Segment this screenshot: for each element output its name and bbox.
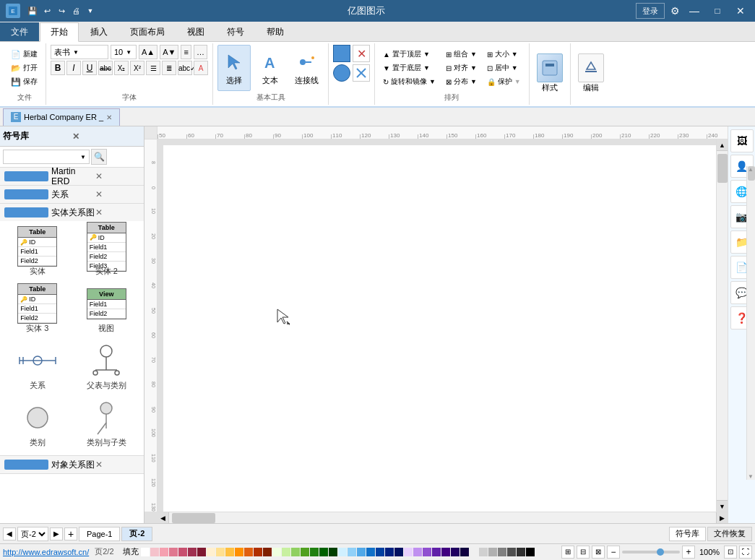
color-swatch[interactable] (188, 548, 197, 556)
color-swatch[interactable] (451, 548, 460, 556)
hscroll-thumb[interactable] (172, 513, 215, 523)
color-swatch[interactable] (150, 548, 159, 556)
group-btn[interactable]: ⊞ 组合 ▼ (442, 48, 480, 61)
zoom-in-btn[interactable]: + (682, 546, 695, 559)
zoom-slider-thumb[interactable] (657, 548, 664, 556)
font-shrink-btn[interactable]: A▼ (160, 45, 178, 59)
color-swatch[interactable] (517, 548, 525, 556)
doc-tab-herbal[interactable]: E Herbal Company ER _ ✕ (3, 108, 120, 126)
panel-tab-recovery[interactable]: 文件恢复 (707, 527, 752, 541)
section-entity-rel-header[interactable]: 实体关系图 ✕ (0, 204, 144, 221)
connector-tool-btn[interactable]: 连接线 (290, 45, 324, 91)
color-swatch[interactable] (169, 548, 178, 556)
color-swatch[interactable] (357, 548, 366, 556)
align-btn[interactable]: ≡ (181, 45, 191, 59)
edit-panel-btn[interactable]: 编辑 (575, 51, 607, 96)
section-obj-rel-header[interactable]: 对象关系图 ✕ (0, 456, 144, 473)
color-swatch[interactable] (338, 548, 347, 556)
send-to-back-btn[interactable]: ▼ 置于底层 ▼ (379, 61, 439, 74)
color-swatch[interactable] (488, 548, 497, 556)
color-swatch[interactable] (394, 548, 403, 556)
tab-start[interactable]: 开始 (40, 22, 79, 42)
color-swatch[interactable] (216, 548, 225, 556)
tab-file[interactable]: 文件 (0, 22, 39, 41)
vscroll-up-btn[interactable]: ▲ (717, 139, 728, 151)
hscroll-track[interactable] (169, 512, 716, 524)
hscroll-right-btn[interactable]: ▶ (716, 512, 728, 524)
color-swatch[interactable] (244, 548, 253, 556)
color-swatch[interactable] (479, 548, 488, 556)
tab-page-layout[interactable]: 页面布局 (119, 22, 176, 41)
win-maximize-btn[interactable]: □ (709, 3, 726, 19)
win-minimize-btn[interactable]: — (686, 3, 703, 19)
list-btn[interactable]: ☰ (146, 61, 160, 75)
color-swatch[interactable] (526, 548, 535, 556)
color-swatch[interactable] (432, 548, 441, 556)
color-swatch[interactable] (366, 548, 375, 556)
page-add-btn[interactable]: + (64, 527, 77, 540)
select-tool-btn[interactable]: 选择 (217, 45, 251, 91)
color-swatch[interactable] (160, 548, 168, 556)
section-relation-header[interactable]: 关系 ✕ (0, 186, 144, 203)
section-obj-close[interactable]: ✕ (95, 460, 139, 470)
quick-undo-btn[interactable]: ↩ (40, 4, 53, 17)
panel-tab-symbol[interactable]: 符号库 (669, 527, 706, 541)
section-relation-close[interactable]: ✕ (95, 189, 139, 199)
quick-print-btn[interactable]: 🖨 (69, 4, 82, 17)
symbol-entity3[interactable]: Table 🔑ID Field1 Field2 实体 3 (4, 283, 71, 337)
shape-x-btn[interactable]: ✕ (353, 45, 370, 62)
view-fit-btn[interactable]: ⊞ (561, 546, 574, 559)
canvas-vscroll[interactable]: ▲ ▼ (716, 139, 728, 512)
symbol-entity2[interactable]: Table 🔑ID Field1 Field2 Field3 实体 2 (74, 225, 140, 280)
bullets-btn[interactable]: ≣ (162, 61, 176, 75)
canvas-hscroll[interactable]: ◀ ▶ (158, 512, 728, 523)
font-grow-btn[interactable]: A▲ (139, 45, 158, 59)
color-swatch[interactable] (470, 548, 478, 556)
open-btn[interactable]: 📂打开 (7, 61, 41, 74)
rotate-mirror-btn[interactable]: ↻ 旋转和镜像 ▼ (379, 75, 439, 88)
spell-btn[interactable]: abc✓ (178, 61, 192, 75)
view-table-btn[interactable]: ⊟ (577, 546, 590, 559)
color-swatch[interactable] (376, 548, 384, 556)
text-tool-btn[interactable]: A 文本 (254, 45, 287, 91)
page-prev-btn[interactable]: ◀ (3, 527, 16, 540)
tab-view[interactable]: 视图 (176, 22, 215, 41)
color-swatch[interactable] (348, 548, 356, 556)
protect-btn[interactable]: 🔒 保护 ▼ (483, 75, 525, 88)
win-close-btn[interactable]: ✕ (732, 3, 749, 19)
color-swatch[interactable] (319, 548, 328, 556)
symbol-cat-sub[interactable]: 类别与子类 (74, 397, 140, 451)
more-font-btn[interactable]: … (194, 45, 207, 59)
italic-btn[interactable]: I (66, 61, 81, 75)
rip-image-btn[interactable]: 🖼 (730, 129, 754, 152)
section-martin-close[interactable]: ✕ (95, 171, 139, 181)
vscroll-down-btn[interactable]: ▼ (717, 500, 728, 512)
page-next-btn[interactable]: ▶ (50, 527, 63, 540)
symbol-parent-cat[interactable]: 父表与类别 (74, 340, 140, 394)
tab-insert[interactable]: 插入 (79, 22, 118, 41)
color-swatch[interactable] (413, 548, 422, 556)
underline-btn[interactable]: U (82, 61, 97, 75)
color-swatch[interactable] (272, 548, 281, 556)
color-swatch[interactable] (423, 548, 431, 556)
color-swatch[interactable] (254, 548, 262, 556)
font-name-dropdown[interactable]: 表书 (51, 45, 108, 59)
quick-save-btn[interactable]: 💾 (26, 4, 39, 17)
canvas[interactable] (158, 139, 716, 512)
size-btn[interactable]: ⊞ 大小 ▼ (483, 48, 525, 61)
status-url[interactable]: http://www.edrawsoft.cn/ (3, 548, 89, 556)
center-btn[interactable]: ⊡ 居中 ▼ (483, 61, 525, 74)
color-swatch[interactable] (197, 548, 206, 556)
align-shapes-btn[interactable]: ⊟ 对齐 ▼ (442, 61, 480, 74)
settings-btn[interactable]: ⚙ (670, 3, 680, 19)
page-tab-1[interactable]: Page-1 (79, 527, 120, 541)
color-swatch[interactable] (507, 548, 516, 556)
login-btn[interactable]: 登录 (636, 3, 665, 19)
color-swatch[interactable] (460, 548, 469, 556)
symbol-panel-close[interactable]: ✕ (72, 132, 142, 142)
color-swatch[interactable] (404, 548, 413, 556)
quick-more-btn[interactable]: ▼ (84, 4, 97, 17)
quick-redo-btn[interactable]: ↪ (55, 4, 68, 17)
zoom-out-btn[interactable]: − (607, 546, 620, 559)
color-swatch[interactable] (282, 548, 290, 556)
